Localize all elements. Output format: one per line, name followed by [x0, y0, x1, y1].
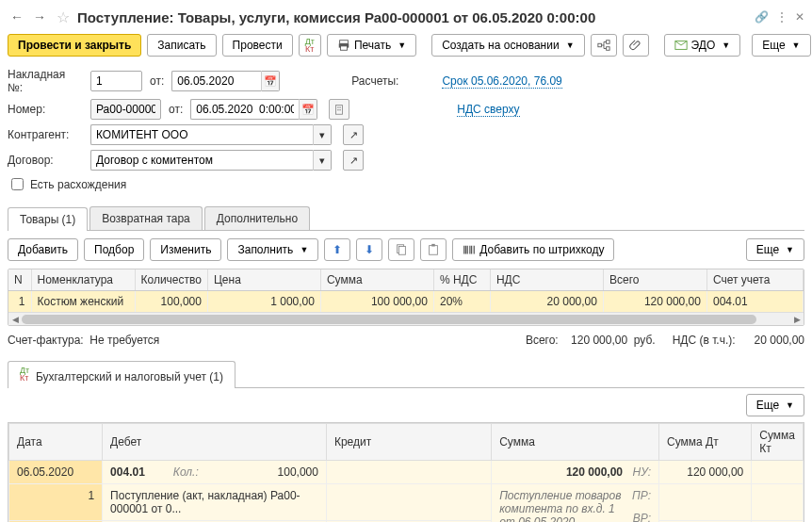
calendar-icon-2[interactable]: 📅 — [299, 99, 317, 120]
nav-forward-button[interactable]: → — [30, 8, 49, 26]
acc-col-sumkt: Сумма Кт — [752, 424, 804, 461]
vat-link[interactable]: НДС сверху — [457, 103, 519, 117]
tab-goods[interactable]: Товары (1) — [8, 207, 88, 231]
accounting-tabs: ДтКт Бухгалтерский и налоговый учет (1) — [8, 360, 804, 388]
print-button[interactable]: Печать▼ — [327, 34, 416, 57]
svg-rect-15 — [432, 244, 436, 247]
more-dots-icon[interactable]: ⋮ — [776, 10, 788, 24]
total-label: Всего: — [526, 334, 559, 347]
svg-rect-10 — [338, 109, 339, 110]
svg-rect-14 — [430, 246, 438, 255]
tab-tara[interactable]: Возвратная тара — [89, 206, 203, 230]
col-price: Цена — [207, 269, 320, 291]
close-icon[interactable]: ✕ — [795, 10, 804, 24]
related-docs-button[interactable] — [591, 34, 617, 57]
post-button[interactable]: Провести — [222, 34, 293, 57]
add-row-button[interactable]: Добавить — [8, 238, 78, 261]
invoice-no-label: Накладная №: — [8, 68, 83, 94]
scroll-thumb[interactable] — [22, 315, 756, 324]
move-up-button[interactable]: ⬆ — [324, 238, 350, 261]
link-icon[interactable]: 🔗 — [755, 10, 769, 24]
calc-link[interactable]: Срок 05.06.2020, 76.09 — [442, 74, 561, 89]
counterparty-dropdown[interactable]: ▾ — [313, 124, 332, 145]
fill-button[interactable]: Заполнить▼ — [227, 238, 318, 261]
attach-button[interactable] — [623, 34, 649, 57]
paste-icon — [427, 243, 440, 256]
star-icon[interactable]: ☆ — [53, 8, 73, 26]
table-row[interactable]: 1 Костюм женский 100,000 1 000,00 100 00… — [8, 291, 804, 313]
acc-debit-account: 004.01 — [110, 465, 145, 479]
invoice-no-input[interactable] — [90, 71, 142, 91]
svg-rect-8 — [338, 106, 339, 107]
flow-icon — [597, 39, 610, 52]
main-toolbar: Провести и закрыть Записать Провести ДтК… — [8, 30, 804, 64]
post-and-close-button[interactable]: Провести и закрыть — [8, 34, 141, 57]
more-button[interactable]: Еще▼ — [752, 34, 810, 57]
invoice-date-input[interactable] — [171, 71, 261, 91]
scroll-right-icon[interactable]: ▶ — [790, 313, 804, 326]
contract-label: Договор: — [8, 154, 83, 167]
calendar-icon[interactable]: 📅 — [261, 71, 280, 91]
has-divergence-checkbox[interactable] — [11, 178, 24, 190]
acc-nu-label: НУ: — [623, 465, 651, 479]
col-qty: Количество — [135, 269, 207, 291]
acc-col-sum: Сумма — [492, 424, 659, 461]
invoice-fact-value: Не требуется — [89, 334, 159, 347]
pick-button[interactable]: Подбор — [84, 238, 144, 261]
datetime-input[interactable] — [190, 99, 299, 120]
dt-kt-icon: ДтКт — [20, 367, 29, 382]
total-value: 120 000,00 — [571, 334, 627, 347]
col-vatp: % НДС — [433, 269, 490, 291]
acc-row-1[interactable]: 06.05.2020 004.01 Кол.: 100,000 120 000,… — [9, 461, 804, 484]
add-barcode-button[interactable]: Добавить по штрихкоду — [452, 238, 614, 261]
invoice-fact-label: Счет-фактура: — [8, 334, 84, 347]
copy-icon — [395, 243, 408, 256]
col-acc: Счет учета — [706, 269, 803, 291]
acc-qty-label: Кол.: — [173, 465, 199, 479]
svg-rect-3 — [597, 43, 601, 47]
edo-button[interactable]: ЭДО▼ — [664, 34, 741, 57]
contract-input[interactable] — [90, 150, 313, 171]
building-icon — [333, 103, 346, 116]
svg-rect-2 — [340, 46, 347, 50]
tabs: Товары (1) Возвратная тара Дополнительно — [8, 206, 804, 231]
move-down-button[interactable]: ⬇ — [356, 238, 382, 261]
print-icon — [337, 39, 350, 52]
svg-rect-0 — [340, 41, 349, 44]
acc-sumdt: 120 000,00 — [659, 461, 752, 484]
goods-grid[interactable]: N Номенклатура Количество Цена Сумма % Н… — [8, 269, 804, 326]
copy-button[interactable] — [388, 238, 414, 261]
scroll-left-icon[interactable]: ◀ — [8, 313, 22, 326]
number-input[interactable] — [90, 99, 161, 120]
svg-rect-13 — [399, 247, 406, 255]
save-button[interactable]: Записать — [147, 34, 216, 57]
vat-total-label: НДС (в т.ч.): — [673, 334, 736, 347]
table-more-button[interactable]: Еще▼ — [746, 238, 804, 261]
tab-additional[interactable]: Дополнительно — [204, 206, 310, 230]
acc-vr-label: ВР: — [623, 512, 651, 522]
vat-total-value: 20 000,00 — [755, 334, 804, 347]
edit-button[interactable]: Изменить — [150, 238, 221, 261]
accounting-grid[interactable]: Дата Дебет Кредит Сумма Сумма Дт Сумма К… — [8, 422, 804, 522]
acc-n: 1 — [9, 484, 103, 521]
page-title: Поступление: Товары, услуги, комиссия Ра… — [77, 9, 751, 25]
clip-icon — [629, 39, 642, 52]
acc-col-sumdt: Сумма Дт — [659, 424, 752, 461]
tab-accounting[interactable]: ДтКт Бухгалтерский и налоговый учет (1) — [8, 361, 235, 388]
nav-back-button[interactable]: ← — [8, 8, 26, 26]
counterparty-open[interactable]: ↗ — [343, 124, 364, 145]
number-label: Номер: — [8, 103, 83, 116]
create-based-button[interactable]: Создать на основании▼ — [431, 34, 584, 57]
accounting-more-button[interactable]: Еще▼ — [746, 394, 804, 416]
mail-icon — [674, 39, 688, 52]
counterparty-input[interactable] — [90, 124, 313, 145]
acc-row-2[interactable]: 1 Поступление (акт, накладная) Ра00-0000… — [9, 484, 804, 521]
contract-open[interactable]: ↗ — [343, 150, 364, 171]
horizontal-scrollbar[interactable]: ◀ ▶ — [8, 312, 804, 325]
org-button[interactable] — [329, 99, 349, 120]
dt-kt-button[interactable]: ДтКт — [299, 34, 321, 57]
paste-button[interactable] — [420, 238, 447, 261]
contract-dropdown[interactable]: ▾ — [313, 150, 332, 171]
col-total: Всего — [603, 269, 706, 291]
acc-sum-desc: Поступление товаров комитента по вх.д. 1… — [499, 489, 623, 522]
